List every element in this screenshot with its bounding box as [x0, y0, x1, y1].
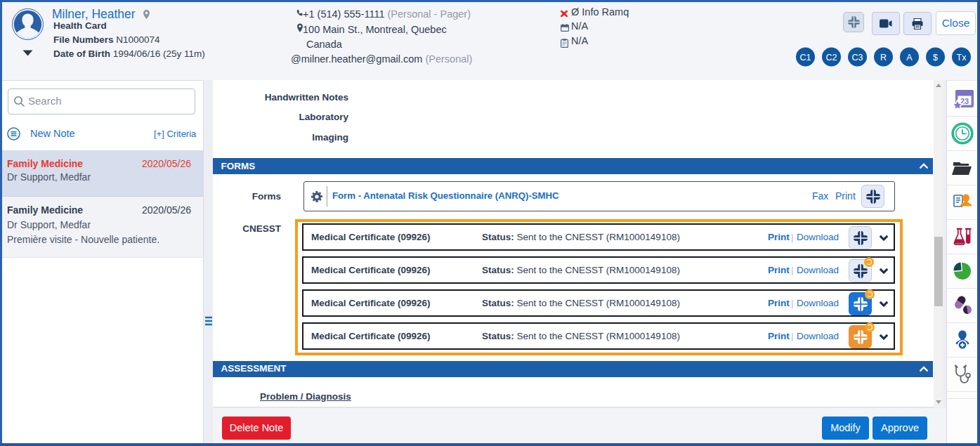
svg-text:C1: C1 — [800, 53, 811, 63]
svg-text:C3: C3 — [852, 53, 863, 63]
svg-text:C2: C2 — [826, 53, 837, 63]
svg-text:$: $ — [933, 53, 938, 63]
svg-text:Tx: Tx — [957, 53, 967, 63]
svg-text:R: R — [880, 53, 887, 63]
svg-text:A: A — [906, 53, 913, 63]
